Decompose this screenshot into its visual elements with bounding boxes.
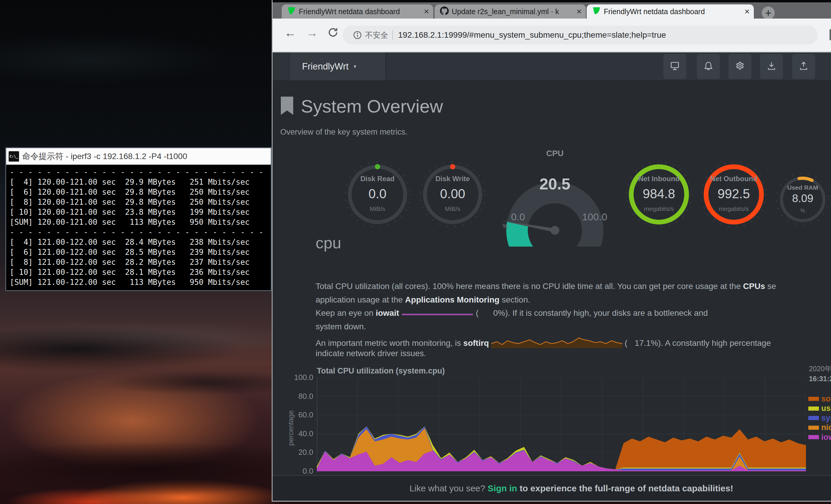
legend-swatch (808, 397, 819, 401)
download-icon (767, 61, 776, 72)
reload-button[interactable] (327, 27, 339, 41)
text: ( (474, 308, 479, 318)
softirq-sparkline (491, 335, 622, 348)
gauge-disk-write[interactable]: Disk Write 0.00 MiB/s (419, 160, 487, 228)
gauge-value: 984.8 (625, 186, 693, 201)
chart-legend[interactable]: softirqusersystemniceiowait (808, 394, 831, 442)
description-line: indicate network driver issues. (316, 349, 776, 362)
emphasis-text: CPUs (743, 281, 765, 291)
security-label[interactable]: 不安全 (365, 30, 388, 40)
terminal-line: - - - - - - - - - - - - - - - - - - - - … (10, 167, 271, 177)
terminal-output[interactable]: - - - - - - - - - - - - - - - - - - - - … (6, 165, 271, 290)
gauge-unit: % (776, 208, 829, 214)
alarms-button[interactable] (697, 54, 720, 79)
nodes-view-button[interactable] (663, 54, 686, 79)
description-line: Total CPU utilization (all cores). 100% … (316, 281, 776, 295)
close-icon[interactable]: × (576, 7, 582, 16)
description-line: application usage at the Applications Mo… (316, 295, 776, 309)
cpu-utilization-chart[interactable] (317, 378, 806, 471)
info-icon[interactable] (353, 30, 362, 40)
terminal-titlebar[interactable]: C:\_ 命令提示符 - iperf3 -c 192.168.1.2 -P4 -… (6, 148, 271, 165)
text: An important metric worth monitoring, is (316, 338, 463, 348)
omnibox-separator (392, 30, 393, 40)
tab-strip: FriendlyWrt netdata dashboard × Update r… (273, 2, 831, 19)
browser-toolbar: ← → 不安全 192.168.2.1:19999/#menu_system_s… (273, 19, 831, 52)
terminal-title: 命令提示符 - iperf3 -c 192.168.1.2 -P4 -t1000 (22, 151, 187, 162)
legend-label: softirq (821, 394, 831, 404)
text: se (765, 281, 776, 291)
legend-item-softirq[interactable]: softirq (808, 394, 831, 404)
signin-prefix: Like what you see? (410, 483, 488, 493)
text: 0% (479, 308, 505, 318)
close-icon[interactable]: × (424, 7, 429, 16)
new-tab-button[interactable]: + (762, 6, 775, 20)
import-button[interactable] (760, 54, 783, 79)
forward-button[interactable]: → (306, 26, 318, 39)
desktop: C:\_ 命令提示符 - iperf3 -c 192.168.1.2 -P4 -… (0, 0, 831, 504)
legend-item-system[interactable]: system (808, 413, 831, 423)
y-tick-label: 100.0 (290, 373, 313, 382)
gauge-label: Disk Write (419, 175, 487, 183)
gauge-net-inbound[interactable]: Net Inbound 984.8 megabits/s (625, 160, 693, 228)
gauge-used-ram[interactable]: Used RAM 8.09 % (776, 173, 829, 226)
back-button[interactable]: ← (284, 26, 296, 39)
legend-item-user[interactable]: user (808, 404, 831, 414)
chart-title: Total CPU utilization (system.cpu) (317, 366, 445, 376)
emphasis-text: iowait (376, 308, 399, 318)
chart-time: 16:31:2 (809, 375, 831, 383)
gauge-cpu[interactable]: CPU 20.5 0.0 100.0 % (502, 149, 608, 252)
signin-bar: Like what you see? Sign in to experience… (273, 475, 831, 501)
netdata-icon (287, 6, 296, 17)
gauge-max: 100.0 (575, 211, 614, 223)
terminal-line: - - - - - - - - - - - - - - - - - - - - … (10, 227, 271, 237)
signin-suffix: to experience the full-range of netdata … (517, 483, 734, 493)
terminal-line: [ 8] 120.00-121.00 sec 29.8 MBytes 250 M… (10, 197, 271, 207)
gauge-unit: megabits/s (625, 205, 693, 212)
netdata-navbar: FriendlyWrt ▼ (273, 53, 831, 81)
page-title: System Overview (301, 96, 443, 117)
gauge-unit: megabits/s (700, 205, 768, 212)
y-tick-label: 60.0 (290, 410, 313, 419)
gear-icon (735, 61, 745, 72)
tab-label: FriendlyWrt netdata dashboard (299, 7, 421, 16)
text: system down. (316, 322, 366, 331)
url-text[interactable]: 192.168.2.1:19999/#menu_system_submenu_c… (398, 30, 666, 40)
page-subtitle: Overview of the key system metrics. (280, 127, 407, 137)
gauge-disk-read[interactable]: Disk Read 0.0 MiB/s (344, 160, 411, 228)
gauge-net-outbound[interactable]: Net Outbound 992.5 megabits/s (700, 160, 768, 228)
terminal-line: [ 10] 121.00-122.00 sec 28.1 MBytes 236 … (10, 267, 271, 277)
gauge-label: Used RAM (776, 184, 829, 191)
emphasis-text: Applications Monitoring (405, 295, 499, 304)
signin-link[interactable]: Sign in (488, 483, 517, 493)
gauge-min: 0.0 (502, 211, 534, 223)
text (489, 338, 491, 348)
terminal-line: [SUM] 121.00-122.00 sec 113 MBytes 950 M… (10, 277, 271, 287)
address-bar[interactable]: 不安全 192.168.2.1:19999/#menu_system_subme… (343, 26, 818, 45)
gauge-label: CPU (502, 149, 608, 158)
upload-icon (799, 61, 809, 72)
host-menu[interactable]: FriendlyWrt ▼ (289, 53, 386, 81)
text: 17.1% (627, 338, 658, 348)
tab-friendlywrt-1[interactable]: FriendlyWrt netdata dashboard × (282, 4, 433, 19)
tab-friendlywrt-2-active[interactable]: FriendlyWrt netdata dashboard × (587, 4, 754, 19)
bookmark-icon (280, 97, 294, 117)
github-icon (440, 6, 449, 17)
window-top-edge (273, 0, 831, 2)
tab-github[interactable]: Update r2s_lean_minimal.yml · k × (435, 4, 586, 19)
settings-button[interactable] (728, 54, 751, 79)
legend-item-nice[interactable]: nice (808, 423, 831, 433)
y-tick-label: 20.0 (290, 448, 313, 457)
host-name: FriendlyWrt (302, 61, 349, 72)
terminal-line: [SUM] 120.00-121.00 sec 113 MBytes 950 M… (10, 217, 271, 227)
gauge-unit: MiB/s (419, 205, 487, 212)
close-icon[interactable]: × (744, 7, 750, 16)
tab-label: FriendlyWrt netdata dashboard (604, 7, 741, 16)
monitor-icon (669, 61, 680, 72)
terminal-window[interactable]: C:\_ 命令提示符 - iperf3 -c 192.168.1.2 -P4 -… (5, 147, 272, 291)
text (399, 308, 401, 318)
legend-item-iowait[interactable]: iowait (808, 433, 831, 442)
gauge-value: 992.5 (700, 186, 768, 201)
extension-icon[interactable] (830, 29, 831, 40)
export-button[interactable] (792, 54, 815, 79)
netdata-icon (592, 6, 601, 17)
